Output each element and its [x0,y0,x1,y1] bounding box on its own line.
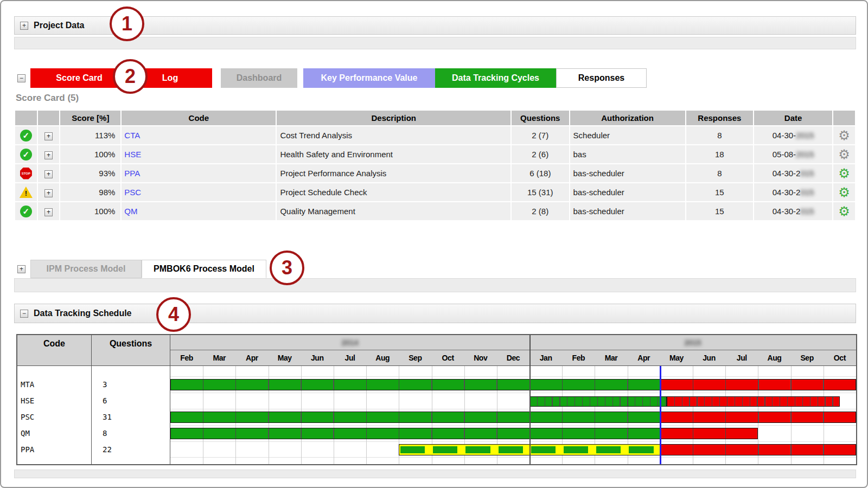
expand-plus-icon[interactable]: + [20,22,28,30]
col-questions: Questions [512,111,569,125]
gantt-year-label: 2014 [170,335,529,350]
gear-icon[interactable] [838,189,850,199]
gantt-month-label: Jun [693,350,725,365]
date-cell: 04-30-2015 [754,202,832,220]
code-link[interactable]: PSC [124,188,141,197]
score-card-count-label: Score Card (5) [16,93,79,104]
annotation-circle-4: 4 [156,297,191,332]
score-value: 100% [60,145,120,163]
annotation-circle-3: 3 [270,251,304,285]
col-actions [833,111,855,125]
process-model-content-strip [14,278,856,292]
responses-cell: 8 [686,164,753,182]
dashboard-page: + Project Data − Score Card Log Dashboar… [0,0,868,488]
gear-icon[interactable] [838,132,850,142]
green-monthly-bar [170,412,660,423]
gear-icon[interactable] [838,151,850,161]
questions-cell: 6 (18) [512,164,569,182]
gantt-month-label: Mar [203,350,235,365]
code-link[interactable]: CTA [124,131,140,140]
red-monthly-bar [660,444,856,455]
row-expand-icon[interactable]: + [44,170,53,178]
authorization-cell: bas-scheduler [570,164,685,182]
gantt-month-label: Jan [529,350,562,365]
gantt-row-code: PPA [17,441,91,458]
score-value: 93% [60,164,120,182]
tab-key-performance-value[interactable]: Key Performance Value [303,68,435,88]
today-line [660,366,661,464]
gantt-row-questions: 8 [92,425,170,441]
authorization-cell: Scheduler [570,126,685,144]
gantt-month-label: Apr [235,350,268,365]
gantt-month-label: Sep [791,350,824,365]
gantt-month-label: Aug [366,350,399,365]
gantt-code-labels: MTAHSEPSCQMPPA [17,366,91,464]
gantt-month-label: Jul [725,350,758,365]
gantt-month-label: Mar [595,350,627,365]
score-value: 98% [60,183,120,201]
collapse-minus-icon[interactable]: − [20,310,28,318]
gantt-month-label: Apr [628,350,660,365]
gantt-row-code: MTA [17,376,91,393]
red-monthly-bar [660,379,856,390]
green-monthly-bar [170,379,660,390]
description-cell: Quality Management [277,202,510,220]
status-stop-icon [20,168,32,179]
tab-pmbok6-process-model[interactable]: PMBOK6 Process Model [142,260,266,278]
gantt-month-label: Jun [301,350,334,365]
gantt-row [170,441,856,458]
col-authorization: Authorization [570,111,685,125]
row-expand-icon[interactable]: + [44,208,53,216]
row-expand-icon[interactable]: + [44,189,53,197]
expand-plus-icon[interactable]: + [17,265,25,273]
gear-icon[interactable] [838,170,850,180]
date-cell: 04-30-2015 [754,126,832,144]
annotation-circle-2: 2 [113,59,148,94]
date-cell: 05-08-2015 [754,145,832,163]
date-cell: 04-30-2015 [754,183,832,201]
red-weekly-bar [667,396,840,407]
description-cell: Cost Trend Analysis [277,126,510,144]
gantt-row-questions: 6 [92,393,170,409]
col-expand [38,111,60,125]
responses-cell: 15 [686,183,753,201]
description-cell: Health Safety and Environment [277,145,510,163]
tab-dashboard[interactable]: Dashboard [221,68,297,88]
gantt-year-label: 2015 [529,335,856,350]
data-tracking-schedule-header[interactable]: − Data Tracking Schedule [14,304,856,323]
code-link[interactable]: QM [124,207,137,216]
gantt-row [170,376,856,393]
code-link[interactable]: PPA [124,169,140,178]
gantt-chart: Code MTAHSEPSCQMPPA Questions 3631822 20… [16,334,857,465]
tab-responses[interactable]: Responses [556,68,647,88]
gantt-code-column: Code MTAHSEPSCQMPPA [17,335,92,464]
gantt-questions-labels: 3631822 [92,366,170,464]
row-expand-icon[interactable]: + [44,151,53,159]
table-row: + 98% PSC Project Schedule Check 15 (31)… [15,183,855,201]
collapse-minus-icon[interactable]: − [17,74,25,82]
responses-cell: 18 [686,145,753,163]
row-expand-icon[interactable]: + [44,132,53,140]
green-monthly-bar [170,428,660,439]
authorization-cell: bas-scheduler [570,202,685,220]
tab-ipm-process-model[interactable]: IPM Process Model [30,260,142,278]
authorization-cell: bas-scheduler [570,183,685,201]
col-status [15,111,37,125]
score-card-table: Score [%] Code Description Questions Aut… [14,110,856,221]
project-data-collapsed-strip [14,37,856,49]
col-description: Description [277,111,510,125]
gantt-month-label: Jul [334,350,366,365]
gantt-row-questions: 22 [92,441,170,458]
gantt-month-label: Oct [824,350,856,365]
code-link[interactable]: HSE [124,150,141,159]
red-monthly-bar [660,412,856,423]
gantt-questions-column: Questions 3631822 [92,335,170,464]
gear-icon[interactable] [838,208,850,218]
year-divider-line [529,335,531,464]
gantt-month-label: May [269,350,301,365]
questions-cell: 2 (6) [512,145,569,163]
description-cell: Project Schedule Check [277,183,510,201]
questions-cell: 2 (7) [512,126,569,144]
gantt-month-label: Nov [464,350,497,365]
tab-data-tracking-cycles[interactable]: Data Tracking Cycles [435,68,556,88]
